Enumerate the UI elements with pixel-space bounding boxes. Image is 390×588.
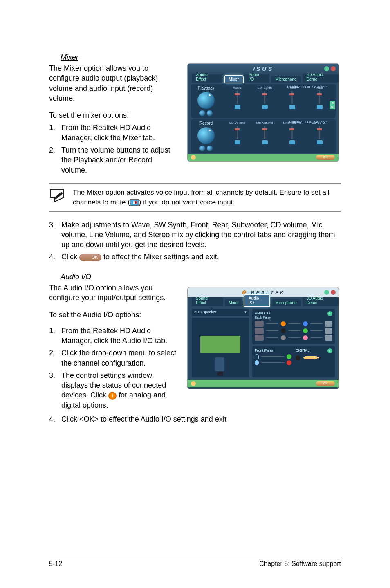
jack-black[interactable] — [281, 328, 286, 333]
front-panel-label: Front Panel — [255, 348, 274, 352]
jack-red[interactable] — [287, 360, 291, 365]
playback-label: Playback — [198, 86, 215, 90]
jack-icon — [255, 335, 264, 341]
jack-green[interactable] — [287, 354, 291, 359]
mute-icon[interactable] — [235, 140, 240, 144]
info-icon[interactable]: i — [327, 348, 332, 353]
page-number: 5-12 — [49, 560, 62, 568]
slider-stereomix[interactable] — [319, 126, 320, 139]
tab-microphone[interactable]: Microphone — [271, 76, 300, 83]
ok-button[interactable]: OK — [316, 381, 335, 386]
list-item: 2.Click the drop-down menu to select the… — [49, 348, 180, 368]
mic-icon — [325, 335, 332, 341]
list-item: 2.Turn the volume buttons to adjust the … — [49, 145, 180, 175]
slider-swsynth[interactable] — [264, 91, 265, 104]
mute-icon[interactable] — [262, 140, 268, 144]
playback-volume-knob[interactable] — [197, 92, 215, 109]
record-section-label: Realtek HD Audio Input — [289, 120, 327, 124]
channel-config-select[interactable]: 2CH Speaker▾ — [192, 309, 249, 316]
close-icon[interactable] — [331, 66, 336, 71]
jack-pink[interactable] — [303, 335, 308, 340]
jack-grey[interactable] — [281, 335, 286, 340]
list-item: 4.Click <OK> to effect the Audio I/O set… — [49, 414, 341, 424]
list-item: 1.From the Realtek HD Audio Manager, cli… — [49, 326, 180, 346]
balance-left-icon[interactable] — [199, 110, 205, 116]
minimize-icon[interactable] — [324, 66, 329, 71]
playback-section-label: Realtek HD Audio output — [287, 85, 327, 89]
window-controls[interactable] — [324, 290, 336, 295]
slider-line[interactable] — [291, 126, 293, 139]
section-title-audioio: Audio I/O — [61, 273, 341, 281]
mute-icon — [130, 199, 139, 206]
slider-rear[interactable] — [319, 91, 320, 104]
mute-icon[interactable] — [289, 105, 295, 109]
slider-cd[interactable] — [237, 126, 238, 139]
scroll-right-icon[interactable]: ► — [330, 105, 335, 109]
slider-front[interactable] — [291, 91, 293, 104]
mute-icon[interactable] — [317, 105, 323, 109]
mute-icon[interactable] — [289, 140, 295, 144]
audioio-intro: The Audio I/O option allows you configur… — [49, 283, 180, 303]
list-item: 3.Make adjustments to Wave, SW Synth, Fr… — [49, 220, 341, 250]
scroll-left-icon[interactable]: ◄ — [330, 101, 335, 105]
jack-icon — [255, 328, 264, 334]
analog-label: ANALOGBack Panel — [255, 311, 271, 319]
chapter-label: Chapter 5: Software support — [259, 560, 341, 568]
ok-button[interactable]: OK — [316, 155, 335, 160]
mixer-to-set: To set the mixer options: — [49, 110, 180, 120]
speaker-icon — [325, 328, 332, 334]
note-icon — [49, 188, 65, 202]
slider-mic[interactable] — [264, 126, 265, 139]
ok-button-icon — [79, 254, 101, 261]
mute-icon[interactable] — [317, 140, 323, 144]
speaker-layout-preview — [192, 318, 249, 377]
tab-mixer[interactable]: Mixer — [225, 299, 243, 306]
speaker-icon — [325, 321, 332, 327]
mic-icon — [255, 360, 259, 365]
jack-icon — [255, 321, 264, 327]
headphone-icon — [255, 354, 259, 359]
close-icon[interactable] — [331, 290, 336, 295]
balance-right-icon[interactable] — [207, 110, 213, 116]
help-icon[interactable] — [191, 381, 196, 386]
audioio-to-set: To set the Audio I/O options: — [49, 310, 180, 320]
list-item: 3.The control settings window displays t… — [49, 370, 180, 410]
spdif-icon — [303, 355, 319, 361]
help-icon[interactable] — [191, 155, 196, 160]
mute-icon[interactable] — [235, 105, 240, 109]
info-icon[interactable]: i — [327, 311, 332, 316]
screenshot-audioio: ※ REALTEK Sound Effect Mixer Audio I/O M… — [187, 287, 339, 389]
list-item: 1.From the Realtek HD Audio Manager, cli… — [49, 123, 180, 143]
chevron-down-icon: ▾ — [244, 310, 247, 315]
tab-mixer[interactable]: Mixer — [225, 76, 243, 83]
digital-label: DIGITAL — [296, 348, 309, 353]
info-icon — [108, 392, 117, 400]
spdif-out-icon[interactable] — [296, 355, 300, 360]
mixer-intro: The Mixer option allows you to configure… — [49, 63, 180, 103]
tab-audio-io[interactable]: Audio I/O — [244, 295, 269, 306]
section-title-mixer: Mixer — [61, 53, 341, 62]
balance-right-icon[interactable] — [207, 146, 213, 151]
jack-orange[interactable] — [281, 321, 286, 326]
asus-logo: /SUS — [253, 66, 274, 72]
window-controls[interactable] — [324, 66, 336, 71]
mute-icon[interactable] — [262, 105, 268, 109]
play-icon[interactable] — [217, 372, 223, 376]
record-label: Record — [199, 121, 213, 126]
balance-left-icon[interactable] — [199, 146, 205, 151]
list-item: 4.Click to effect the Mixer settings and… — [49, 252, 341, 262]
screenshot-mixer: /SUS Sound Effect Mixer Audio I/O Microp… — [187, 63, 339, 162]
minimize-icon[interactable] — [324, 290, 329, 295]
jack-green[interactable] — [303, 328, 308, 333]
note-text: The Mixer option activates voice input f… — [73, 188, 341, 207]
tab-microphone[interactable]: Microphone — [271, 299, 300, 306]
record-volume-knob[interactable] — [197, 127, 215, 144]
slider-wave[interactable] — [237, 91, 238, 104]
jack-blue[interactable] — [303, 321, 308, 326]
